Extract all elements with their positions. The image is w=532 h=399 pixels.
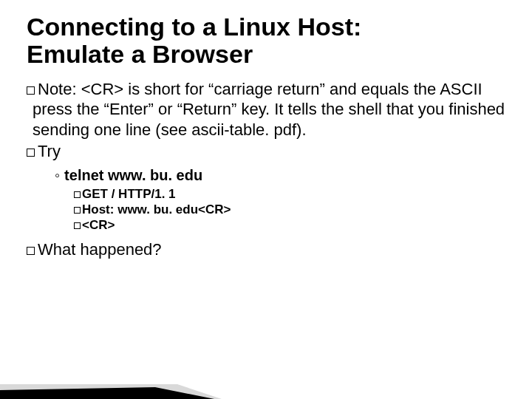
- bullet-note: Note: <CR> is short for “carriage return…: [33, 79, 505, 140]
- cmd-get-text: GET / HTTP/1. 1: [82, 187, 176, 201]
- cmd-cr-text: <CR>: [82, 218, 115, 232]
- try-label: Try: [38, 142, 61, 160]
- title-line-2: Emulate a Browser: [27, 40, 253, 68]
- square-bullet-icon: [27, 86, 35, 95]
- bullet-try: Try: [33, 141, 505, 162]
- title-line-1: Connecting to a Linux Host:: [27, 13, 361, 41]
- square-bullet-icon: [27, 149, 35, 157]
- slide: Connecting to a Linux Host: Emulate a Br…: [0, 0, 532, 259]
- subbullet-telnet: ◦telnet www. bu. edu: [55, 166, 505, 185]
- bullet-what: What happened?: [33, 239, 505, 260]
- cmd-host-text: Host: www. bu. edu<CR>: [82, 202, 231, 216]
- square-bullet-icon: [74, 222, 81, 229]
- diamond-bullet-icon: ◦: [55, 166, 60, 185]
- square-bullet-icon: [27, 247, 35, 255]
- slide-body: Note: <CR> is short for “carriage return…: [27, 79, 505, 259]
- note-lead: Note:: [38, 80, 77, 98]
- svg-marker-0: [0, 384, 222, 399]
- what-rest: happened?: [75, 240, 161, 259]
- accent-shape-icon: [0, 355, 222, 399]
- telnet-command: telnet www. bu. edu: [64, 167, 202, 183]
- cmd-cr: <CR>: [74, 217, 505, 233]
- cmd-get: GET / HTTP/1. 1: [74, 186, 505, 202]
- svg-marker-1: [0, 387, 214, 399]
- square-bullet-icon: [74, 207, 81, 214]
- what-lead: What: [38, 240, 75, 259]
- slide-title: Connecting to a Linux Host: Emulate a Br…: [27, 13, 505, 69]
- square-bullet-icon: [74, 191, 81, 198]
- note-text: <CR> is short for “carriage return” and …: [33, 80, 505, 139]
- cmd-host: Host: www. bu. edu<CR>: [74, 202, 505, 217]
